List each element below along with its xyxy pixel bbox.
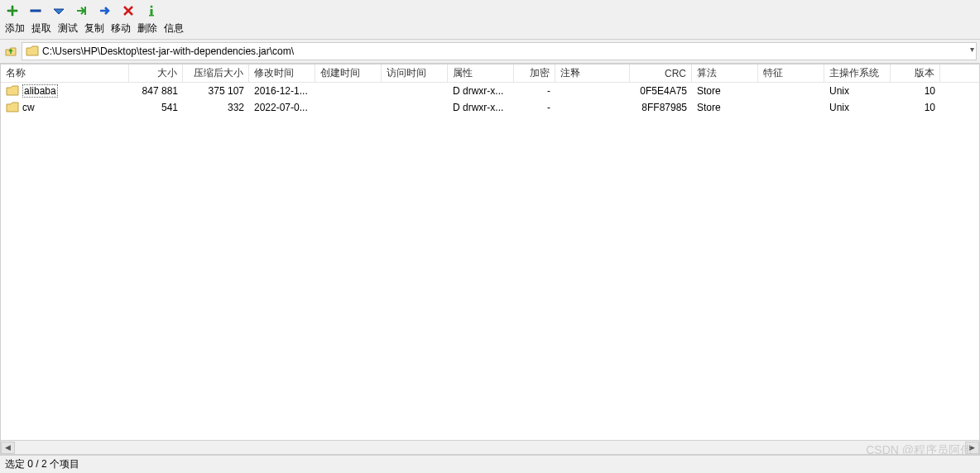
table-row[interactable]: alibaba 847 881 375 107 2016-12-1... D d… bbox=[1, 83, 979, 99]
item-crc: 8FF87985 bbox=[630, 102, 692, 113]
svg-point-1 bbox=[151, 6, 153, 8]
item-name: alibaba bbox=[22, 84, 58, 98]
copy-icon[interactable] bbox=[74, 3, 89, 18]
folder-icon bbox=[26, 45, 39, 57]
column-headers: 名称 大小 压缩后大小 修改时间 创建时间 访问时间 属性 加密 注释 CRC … bbox=[1, 64, 979, 83]
item-packed: 332 bbox=[183, 102, 249, 113]
path-text: C:\Users\HP\Desktop\test-jar-with-depend… bbox=[42, 45, 294, 57]
item-size: 847 881 bbox=[129, 85, 183, 97]
toolbar-label-move[interactable]: 移动 bbox=[109, 22, 132, 36]
toolbar-label-copy[interactable]: 复制 bbox=[83, 22, 106, 36]
toolbar-label-delete[interactable]: 删除 bbox=[136, 22, 159, 36]
item-size: 541 bbox=[129, 102, 183, 113]
svg-rect-2 bbox=[151, 9, 153, 16]
toolbar-icons bbox=[3, 2, 977, 20]
add-icon[interactable] bbox=[5, 3, 20, 18]
table-row[interactable]: cw 541 332 2022-07-0... D drwxr-x... - 8… bbox=[1, 99, 979, 116]
file-rows: alibaba 847 881 375 107 2016-12-1... D d… bbox=[1, 83, 979, 440]
address-bar: C:\Users\HP\Desktop\test-jar-with-depend… bbox=[0, 40, 980, 64]
svg-rect-0 bbox=[31, 10, 41, 12]
scroll-left-icon[interactable]: ◀ bbox=[1, 442, 15, 454]
toolbar-label-add[interactable]: 添加 bbox=[3, 22, 26, 36]
scroll-right-icon[interactable]: ▶ bbox=[965, 442, 979, 454]
item-method: Store bbox=[692, 102, 758, 113]
item-modified: 2022-07-0... bbox=[249, 102, 315, 113]
test-icon[interactable] bbox=[51, 3, 66, 18]
item-crc: 0F5E4A75 bbox=[630, 85, 692, 97]
item-method: Store bbox=[692, 85, 758, 97]
header-packed[interactable]: 压缩后大小 bbox=[183, 64, 249, 82]
header-comment[interactable]: 注释 bbox=[555, 64, 630, 82]
up-folder-button[interactable] bbox=[3, 44, 18, 59]
toolbar: 添加 提取 测试 复制 移动 删除 信息 bbox=[0, 0, 980, 40]
extract-icon[interactable] bbox=[28, 3, 43, 18]
status-bar: 选定 0 / 2 个项目 bbox=[0, 455, 980, 473]
header-method[interactable]: 算法 bbox=[692, 64, 758, 82]
folder-icon bbox=[6, 85, 19, 97]
svg-rect-3 bbox=[149, 15, 154, 17]
dropdown-icon[interactable]: ▾ bbox=[970, 45, 974, 54]
item-packed: 375 107 bbox=[183, 85, 249, 97]
item-ver: 10 bbox=[891, 85, 940, 97]
toolbar-labels: 添加 提取 测试 复制 移动 删除 信息 bbox=[3, 20, 977, 39]
folder-icon bbox=[6, 102, 19, 113]
item-os: Unix bbox=[824, 85, 891, 97]
header-char[interactable]: 特征 bbox=[758, 64, 824, 82]
delete-icon[interactable] bbox=[121, 3, 136, 18]
item-attr: D drwxr-x... bbox=[448, 102, 514, 113]
move-icon[interactable] bbox=[98, 3, 113, 18]
header-os[interactable]: 主操作系统 bbox=[824, 64, 891, 82]
header-ver[interactable]: 版本 bbox=[891, 64, 940, 82]
item-ver: 10 bbox=[891, 102, 940, 113]
status-text: 选定 0 / 2 个项目 bbox=[5, 457, 79, 471]
header-crc[interactable]: CRC bbox=[630, 64, 692, 82]
file-list: 名称 大小 压缩后大小 修改时间 创建时间 访问时间 属性 加密 注释 CRC … bbox=[0, 64, 980, 455]
item-enc: - bbox=[514, 102, 555, 113]
item-enc: - bbox=[514, 85, 555, 97]
item-name: cw bbox=[22, 102, 35, 113]
item-attr: D drwxr-x... bbox=[448, 85, 514, 97]
toolbar-label-extract[interactable]: 提取 bbox=[30, 22, 53, 36]
item-os: Unix bbox=[824, 102, 891, 113]
toolbar-label-test[interactable]: 测试 bbox=[56, 22, 79, 36]
item-modified: 2016-12-1... bbox=[249, 85, 315, 97]
header-created[interactable]: 创建时间 bbox=[315, 64, 382, 82]
header-name[interactable]: 名称 bbox=[1, 64, 129, 82]
header-modified[interactable]: 修改时间 bbox=[249, 64, 315, 82]
path-input[interactable]: C:\Users\HP\Desktop\test-jar-with-depend… bbox=[22, 42, 977, 60]
header-enc[interactable]: 加密 bbox=[514, 64, 555, 82]
header-size[interactable]: 大小 bbox=[129, 64, 183, 82]
header-attr[interactable]: 属性 bbox=[448, 64, 514, 82]
horizontal-scrollbar[interactable]: ◀ ▶ bbox=[1, 440, 979, 454]
info-icon[interactable] bbox=[144, 3, 159, 18]
toolbar-label-info[interactable]: 信息 bbox=[162, 22, 185, 36]
header-accessed[interactable]: 访问时间 bbox=[382, 64, 448, 82]
